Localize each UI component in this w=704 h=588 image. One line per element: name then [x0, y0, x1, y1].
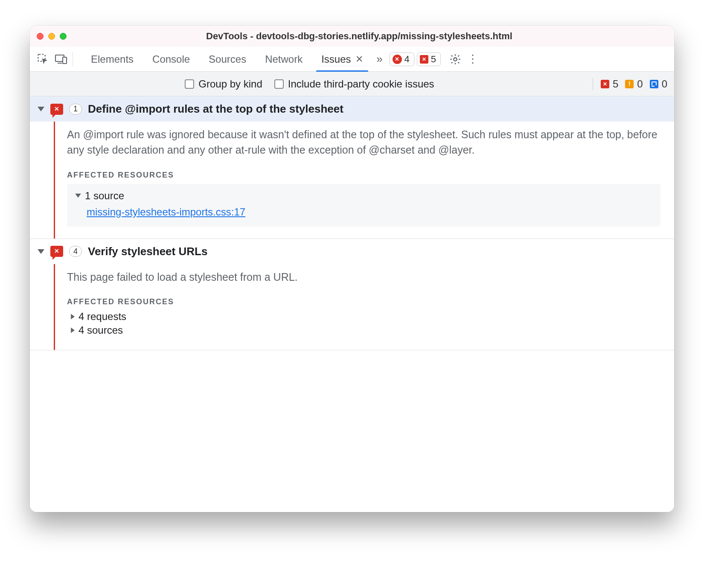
issue-body: An @import rule was ignored because it w… [54, 122, 674, 239]
affected-resources-box: 1 source missing-stylesheets-imports.css… [67, 184, 660, 227]
subgroup-label: 4 sources [79, 324, 123, 336]
window-titlebar: DevTools - devtools-dbg-stories.netlify.… [30, 26, 674, 47]
error-speech-icon [50, 104, 63, 115]
issue-count-badge: 4 [69, 246, 82, 257]
issues-list: 1 Define @import rules at the top of the… [30, 96, 674, 512]
divider [73, 52, 73, 67]
issue-description: This page failed to load a stylesheet fr… [67, 269, 660, 285]
source-link[interactable]: missing-stylesheets-imports.css:17 [87, 206, 245, 218]
window-title: DevTools - devtools-dbg-stories.netlify.… [51, 31, 667, 42]
device-toolbar-icon[interactable] [52, 50, 70, 68]
checkbox-icon [185, 79, 194, 89]
svg-point-4 [454, 58, 457, 61]
source-group-label: 1 source [85, 190, 124, 202]
tab-elements[interactable]: Elements [81, 47, 143, 71]
settings-gear-icon[interactable] [447, 51, 464, 68]
affected-subgroup[interactable]: 4 sources [70, 324, 660, 336]
devtools-window: DevTools - devtools-dbg-stories.netlify.… [30, 26, 674, 512]
more-tabs-icon[interactable]: » [372, 52, 387, 67]
issue-item: 4 Verify stylesheet URLs This page faile… [30, 239, 674, 350]
checkbox-icon [274, 79, 284, 89]
tab-label: Sources [209, 53, 246, 65]
error-speech-icon [50, 246, 63, 257]
issue-header[interactable]: 1 Define @import rules at the top of the… [30, 96, 674, 122]
tab-label: Network [265, 53, 303, 65]
devtools-tabbar: Elements Console Sources Network Issues … [30, 47, 674, 72]
warning-icon [625, 80, 634, 88]
issue-counts: 5 0 0 [593, 78, 667, 90]
count-value: 0 [637, 78, 643, 90]
issues-badge[interactable]: 5 [417, 52, 441, 66]
expand-triangle-icon [75, 194, 81, 198]
affected-resources-label: AFFECTED RESOURCES [67, 171, 660, 180]
tab-label: Console [152, 53, 190, 65]
tab-group: Elements Console Sources Network Issues … [81, 47, 372, 71]
badge-count: 5 [431, 54, 436, 65]
checkbox-label: Group by kind [198, 78, 262, 90]
error-oct-icon [393, 55, 402, 64]
issue-body: This page failed to load a stylesheet fr… [54, 264, 674, 350]
tab-label: Issues [321, 53, 351, 65]
issue-header[interactable]: 4 Verify stylesheet URLs [30, 239, 674, 264]
tab-sources[interactable]: Sources [199, 47, 256, 71]
error-sq-icon [601, 80, 609, 88]
collapse-triangle-icon [71, 327, 75, 333]
include-third-party-checkbox[interactable]: Include third-party cookie issues [274, 78, 434, 90]
subgroup-label: 4 requests [79, 311, 126, 323]
warnings-count: 0 [625, 78, 643, 90]
svg-rect-3 [63, 57, 67, 64]
affected-resources-label: AFFECTED RESOURCES [67, 297, 660, 306]
expand-triangle-icon [38, 107, 44, 111]
issues-toolbar: Group by kind Include third-party cookie… [30, 72, 674, 96]
issue-title: Define @import rules at the top of the s… [88, 102, 343, 116]
collapse-triangle-icon [71, 314, 75, 319]
tab-console[interactable]: Console [143, 47, 199, 71]
issue-description: An @import rule was ignored because it w… [67, 127, 660, 158]
affected-subgroup[interactable]: 4 requests [70, 311, 660, 323]
issue-count-badge: 1 [69, 104, 82, 115]
info-icon [650, 80, 658, 88]
tab-label: Elements [91, 53, 134, 65]
error-sq-icon [420, 55, 428, 64]
console-errors-badge[interactable]: 4 [390, 52, 414, 66]
source-group-header[interactable]: 1 source [75, 190, 653, 202]
inspect-element-icon[interactable] [34, 50, 52, 68]
tab-network[interactable]: Network [256, 47, 312, 71]
tab-issues[interactable]: Issues ✕ [312, 47, 372, 71]
close-window-button[interactable] [37, 33, 44, 40]
issue-item: 1 Define @import rules at the top of the… [30, 96, 674, 239]
info-count: 0 [650, 78, 667, 90]
errors-count: 5 [601, 78, 618, 90]
badge-count: 4 [404, 54, 410, 65]
expand-triangle-icon [38, 249, 44, 254]
issue-title: Verify stylesheet URLs [88, 245, 207, 258]
checkbox-label: Include third-party cookie issues [288, 78, 434, 90]
more-menu-icon[interactable]: ⋮ [466, 51, 479, 68]
count-value: 0 [662, 78, 667, 90]
close-tab-icon[interactable]: ✕ [355, 54, 363, 65]
group-by-kind-checkbox[interactable]: Group by kind [185, 78, 262, 90]
count-value: 5 [613, 78, 618, 90]
